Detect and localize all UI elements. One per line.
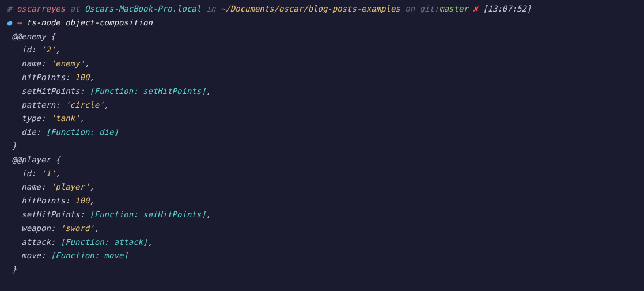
enemy-die: die: [Function: die] [7, 126, 637, 139]
enemy-pattern: pattern: 'circle', [7, 99, 637, 112]
player-hitpoints: hitPoints: 100, [7, 194, 637, 208]
player-sethitpoints: setHitPoints: [Function: setHitPoints], [7, 208, 637, 222]
enemy-id: id: '2', [7, 43, 637, 57]
prompt-user: oscarreyes [17, 4, 65, 13]
prompt-on: on [405, 4, 415, 13]
player-header: @@player { [7, 153, 637, 167]
prompt-line: # oscarreyes at Oscars-MacBook-Pro.local… [7, 2, 637, 16]
command-line[interactable]: ● → ts-node object-composition [7, 16, 637, 30]
enemy-sethitpoints: setHitPoints: [Function: setHitPoints], [7, 85, 637, 99]
player-move: move: [Function: move] [7, 249, 637, 263]
player-close: } [7, 263, 637, 277]
enemy-close: } [7, 139, 637, 153]
player-attack: attack: [Function: attack], [7, 236, 637, 250]
player-weapon: weapon: 'sword', [7, 222, 637, 236]
prompt-host: Oscars-MacBook-Pro.local [85, 4, 201, 13]
prompt-time: [13:07:52] [483, 4, 531, 13]
enemy-header: @@enemy { [7, 30, 637, 44]
enemy-hitpoints: hitPoints: 100, [7, 71, 637, 85]
enemy-type: type: 'tank', [7, 112, 637, 126]
enemy-name: name: 'enemy', [7, 57, 637, 71]
player-id: id: '1', [7, 167, 637, 181]
prompt-branch: master [439, 4, 468, 13]
prompt-in: in [206, 4, 216, 13]
terminal-output: # oscarreyes at Oscars-MacBook-Pro.local… [7, 2, 637, 277]
command-text: ts-node object-composition [26, 18, 153, 27]
git-dirty-icon: ✘ [473, 4, 478, 13]
prompt-git-label: git: [420, 4, 440, 13]
prompt-at: at [70, 4, 80, 13]
prompt-path: ~/Documents/oscar/blog-posts-examples [221, 4, 400, 13]
player-name: name: 'player', [7, 180, 637, 194]
